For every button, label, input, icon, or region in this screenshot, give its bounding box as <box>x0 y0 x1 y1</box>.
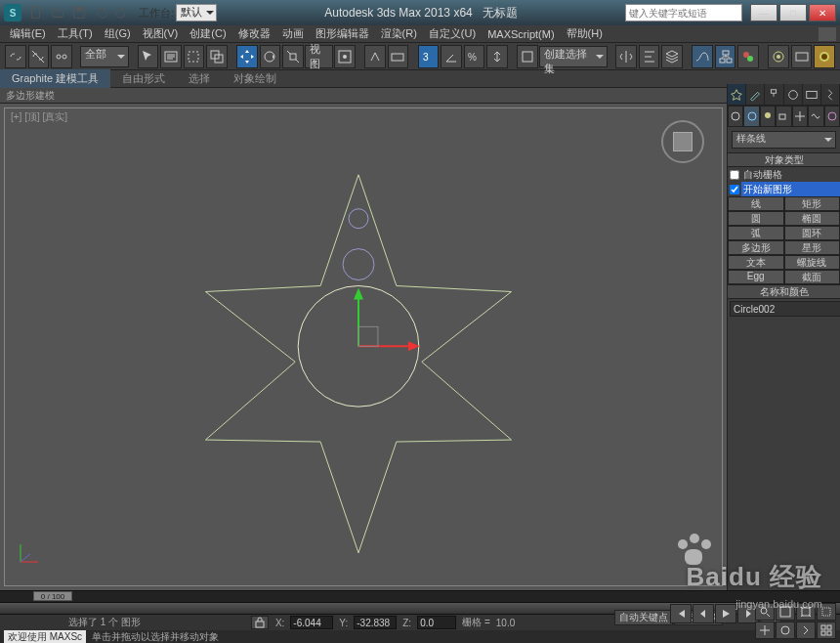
startshape-checkbox[interactable] <box>728 182 741 196</box>
mirror-icon[interactable] <box>615 45 637 68</box>
type-rectangle[interactable]: 矩形 <box>784 196 841 211</box>
ribbon-panel-label[interactable]: 多边形建模 <box>6 89 55 103</box>
select-manipulate-icon[interactable] <box>364 45 386 68</box>
ref-coord-dropdown[interactable]: 视图 <box>305 45 334 68</box>
curve-editor-icon[interactable] <box>692 45 713 68</box>
menu-modifiers[interactable]: 修改器 <box>232 26 276 41</box>
cameras-cat-icon[interactable] <box>776 106 791 127</box>
prev-frame-icon[interactable] <box>693 604 714 623</box>
spinner-snap-icon[interactable] <box>486 45 508 68</box>
qat-undo-icon[interactable] <box>91 3 110 22</box>
layers-icon[interactable] <box>661 45 683 68</box>
motion-tab-icon[interactable] <box>784 84 803 105</box>
workspace-dropdown[interactable]: 默认 <box>176 4 217 21</box>
angle-snap-icon[interactable] <box>441 45 462 68</box>
menu-tools[interactable]: 工具(T) <box>52 26 99 41</box>
display-tab-icon[interactable] <box>803 84 821 105</box>
type-text[interactable]: 文本 <box>728 255 784 270</box>
use-center-icon[interactable] <box>334 45 356 68</box>
play-icon[interactable] <box>715 604 736 623</box>
z-input[interactable] <box>417 616 456 629</box>
shapes-cat-icon[interactable] <box>743 106 759 127</box>
ribbon-tab-selection[interactable]: 选择 <box>177 69 222 88</box>
zoom-icon[interactable] <box>755 603 775 621</box>
app-icon[interactable]: S <box>4 4 21 21</box>
qat-save-icon[interactable] <box>69 3 89 22</box>
menu-edit[interactable]: 编辑(E) <box>4 26 52 41</box>
geometry-cat-icon[interactable] <box>728 106 743 127</box>
modify-tab-icon[interactable] <box>746 84 765 105</box>
select-scale-icon[interactable] <box>282 45 304 68</box>
select-object-icon[interactable] <box>138 45 159 68</box>
help-search[interactable] <box>625 4 742 21</box>
maxscript-listener[interactable]: 欢迎使用 MAXSc <box>4 630 86 643</box>
goto-start-icon[interactable] <box>670 604 692 623</box>
qat-redo-icon[interactable] <box>112 3 132 22</box>
lights-cat-icon[interactable] <box>760 106 776 127</box>
type-circle[interactable]: 圆 <box>728 211 784 226</box>
hierarchy-tab-icon[interactable] <box>765 84 783 105</box>
create-tab-icon[interactable] <box>728 84 746 105</box>
subcategory-dropdown[interactable]: 样条线 <box>732 131 836 149</box>
qat-new-icon[interactable] <box>26 3 46 22</box>
viewport-top[interactable]: [+] [顶] [真实] <box>4 107 723 586</box>
menu-help[interactable]: 帮助(H) <box>561 26 609 41</box>
utilities-tab-icon[interactable] <box>821 84 840 105</box>
unlink-icon[interactable] <box>28 45 50 68</box>
ribbon-tab-objectpaint[interactable]: 对象绘制 <box>222 69 288 88</box>
menu-end-icon[interactable] <box>819 27 836 41</box>
select-move-icon[interactable] <box>236 45 258 68</box>
menu-maxscript[interactable]: MAXScript(M) <box>482 28 560 40</box>
zoom-region-icon[interactable] <box>817 603 836 621</box>
type-donut[interactable]: 圆环 <box>784 226 841 240</box>
object-name-input[interactable] <box>730 301 840 317</box>
menu-views[interactable]: 视图(V) <box>137 26 185 41</box>
maximize-button[interactable]: □ <box>779 4 807 21</box>
bind-icon[interactable] <box>51 45 72 68</box>
walk-icon[interactable] <box>796 622 816 639</box>
x-input[interactable] <box>290 616 333 629</box>
menu-animation[interactable]: 动画 <box>276 26 310 41</box>
type-arc[interactable]: 弧 <box>728 226 784 240</box>
autokey-button[interactable]: 自动关键点 <box>614 610 673 625</box>
ribbon-tab-freeform[interactable]: 自由形式 <box>110 69 177 88</box>
lock-selection-icon[interactable] <box>251 616 269 629</box>
type-star[interactable]: 星形 <box>784 240 841 255</box>
window-crossing-icon[interactable] <box>206 45 228 68</box>
select-by-name-icon[interactable] <box>160 45 182 68</box>
zoom-extents-icon[interactable] <box>796 603 816 621</box>
menu-rendering[interactable]: 渲染(R) <box>375 26 423 41</box>
pan-icon[interactable] <box>755 622 775 639</box>
menu-create[interactable]: 创建(C) <box>184 26 231 41</box>
y-input[interactable] <box>354 616 397 629</box>
help-search-input[interactable] <box>626 5 741 21</box>
named-sel-dropdown[interactable]: 创建选择集 <box>539 46 608 67</box>
schematic-view-icon[interactable] <box>715 45 736 68</box>
select-region-icon[interactable] <box>184 45 205 68</box>
qat-open-icon[interactable] <box>48 3 67 22</box>
type-line[interactable]: 线 <box>728 196 784 211</box>
time-scrubber[interactable]: 0 / 100 <box>33 591 72 601</box>
menu-customize[interactable]: 自定义(U) <box>423 26 482 41</box>
align-icon[interactable] <box>639 45 660 68</box>
type-section[interactable]: 截面 <box>784 270 841 284</box>
rollout-object-type[interactable]: 对象类型 <box>728 152 840 167</box>
percent-snap-icon[interactable]: % <box>464 45 485 68</box>
zoom-all-icon[interactable] <box>776 603 795 621</box>
menu-grapheditors[interactable]: 图形编辑器 <box>310 26 375 41</box>
helpers-cat-icon[interactable] <box>792 106 808 127</box>
link-icon[interactable] <box>5 45 26 68</box>
type-ellipse[interactable]: 椭圆 <box>784 211 841 226</box>
orbit-icon[interactable] <box>776 622 795 639</box>
close-button[interactable]: ✕ <box>809 4 836 21</box>
select-rotate-icon[interactable] <box>260 45 281 68</box>
transform-gizmo[interactable] <box>354 287 420 351</box>
rollout-name-color[interactable]: 名称和颜色 <box>728 284 840 299</box>
menu-group[interactable]: 组(G) <box>99 26 137 41</box>
snap-toggle-icon[interactable]: 3 <box>418 45 440 68</box>
render-prod-icon[interactable] <box>814 45 835 68</box>
render-setup-icon[interactable] <box>768 45 789 68</box>
spacewarps-cat-icon[interactable] <box>808 106 823 127</box>
autogrid-checkbox[interactable] <box>728 167 741 182</box>
maximize-vp-icon[interactable] <box>817 622 836 639</box>
